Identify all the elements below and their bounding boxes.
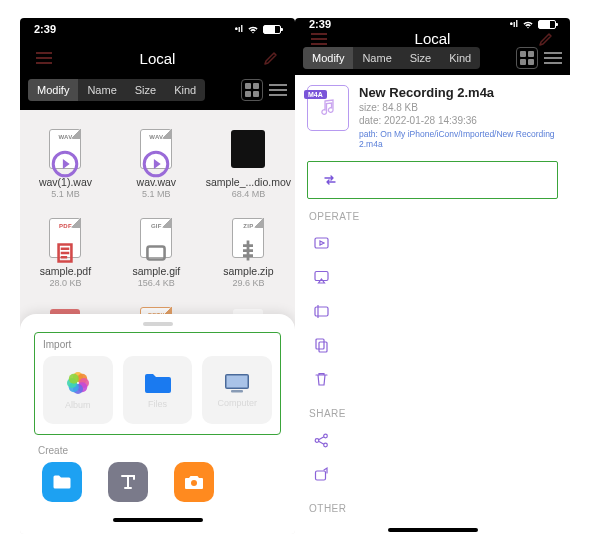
import-label: Import	[43, 339, 272, 350]
share-label: SHARE	[309, 408, 558, 419]
file-size: 156.4 KB	[138, 278, 175, 288]
nav-bar: Local	[20, 40, 295, 76]
sort-chips: Modify Name Size Kind	[28, 79, 205, 101]
file-size: 68.4 MB	[232, 189, 266, 199]
svg-rect-17	[315, 307, 328, 316]
import-album-button[interactable]: Album	[43, 356, 113, 424]
operate-delete[interactable]	[307, 362, 558, 396]
file-icon-pdf: PDF	[46, 215, 84, 261]
create-label: Create	[38, 445, 281, 456]
photos-icon	[65, 370, 91, 396]
operate-label: OPERATE	[309, 211, 558, 222]
list-view-icon[interactable]	[269, 84, 287, 96]
camera-icon	[184, 474, 204, 490]
detail-path[interactable]: path: On My iPhone/iConv/Imported/New Re…	[359, 129, 558, 149]
file-icon-gif: GIF	[137, 215, 175, 261]
status-indicators: •ıl	[510, 19, 556, 29]
operate-rename[interactable]	[307, 294, 558, 328]
import-files-label: Files	[148, 399, 167, 409]
file-type-badge: M4A	[304, 90, 327, 99]
file-size: 28.0 KB	[49, 278, 81, 288]
grid-view-icon[interactable]	[241, 79, 263, 101]
sort-name[interactable]: Name	[353, 47, 400, 69]
file-item[interactable]: sample_...dio.mov 68.4 MB	[202, 120, 295, 209]
rename-icon	[313, 303, 330, 320]
import-album-label: Album	[65, 400, 91, 410]
file-size: 5.1 MB	[51, 189, 80, 199]
sort-kind[interactable]: Kind	[165, 79, 205, 101]
file-type-icon: M4A	[307, 85, 349, 131]
music-note-icon	[318, 98, 338, 118]
import-box: Import Album Files Computer	[34, 332, 281, 435]
file-item[interactable]: WAV wav.wav 5.1 MB	[111, 120, 202, 209]
sort-size[interactable]: Size	[401, 47, 440, 69]
create-text-button[interactable]	[108, 462, 148, 502]
import-sheet: Import Album Files Computer	[20, 314, 295, 534]
sort-name[interactable]: Name	[78, 79, 125, 101]
edit-icon[interactable]	[536, 31, 556, 47]
operate-play[interactable]	[307, 226, 558, 260]
sheet-grabber[interactable]	[143, 322, 173, 326]
share-action[interactable]	[307, 423, 558, 457]
copy-icon	[313, 337, 330, 354]
detail-title: New Recording 2.m4a	[359, 85, 558, 100]
file-size: 29.6 KB	[232, 278, 264, 288]
edit-icon[interactable]	[261, 50, 281, 66]
file-name: sample_...dio.mov	[206, 176, 291, 188]
file-item[interactable]: ZIP sample.zip 29.6 KB	[202, 209, 295, 298]
file-size: 5.1 MB	[142, 189, 171, 199]
status-time: 2:39	[309, 18, 331, 30]
file-icon-zip: ZIP	[229, 215, 267, 261]
sort-chips: Modify Name Size Kind	[303, 47, 480, 69]
create-camera-button[interactable]	[174, 462, 214, 502]
grid-view-icon[interactable]	[516, 47, 538, 69]
list-view-icon[interactable]	[544, 52, 562, 64]
status-indicators: •ıl	[235, 24, 281, 34]
operate-airplay[interactable]	[307, 260, 558, 294]
import-computer-button[interactable]: Computer	[202, 356, 272, 424]
trash-icon	[313, 371, 330, 388]
sort-kind[interactable]: Kind	[440, 47, 480, 69]
folder-icon	[52, 474, 72, 490]
file-area: WAV wav(1).wav 5.1 MB WAV wav.wav 5.1 MB…	[20, 110, 295, 534]
phone-right: 2:39 •ıl Local Modify Name Size Kind	[295, 18, 570, 534]
wifi-icon	[247, 25, 259, 34]
convert-icon	[322, 172, 338, 188]
svg-rect-23	[316, 471, 326, 480]
svg-rect-13	[231, 390, 243, 393]
wifi-icon	[522, 20, 534, 29]
operate-copy[interactable]	[307, 328, 558, 362]
file-item[interactable]: PDF sample.pdf 28.0 KB	[20, 209, 111, 298]
svg-rect-18	[316, 339, 324, 349]
sort-modify[interactable]: Modify	[28, 79, 78, 101]
file-icon-wav: WAV	[137, 126, 175, 172]
export-icon	[313, 466, 330, 483]
file-icon-wav: WAV	[46, 126, 84, 172]
menu-icon[interactable]	[309, 38, 329, 40]
sort-size[interactable]: Size	[126, 79, 165, 101]
file-item[interactable]: GIF sample.gif 156.4 KB	[111, 209, 202, 298]
file-item[interactable]: WAV wav(1).wav 5.1 MB	[20, 120, 111, 209]
share-export[interactable]	[307, 457, 558, 491]
share-icon	[313, 432, 330, 449]
home-indicator[interactable]	[388, 528, 478, 532]
page-title: Local	[415, 30, 451, 47]
detail-date: date: 2022-01-28 14:39:36	[359, 115, 558, 126]
airplay-icon	[313, 269, 330, 286]
svg-point-21	[324, 434, 328, 438]
other-label: OTHER	[309, 503, 558, 514]
battery-icon	[263, 25, 281, 34]
sort-modify[interactable]: Modify	[303, 47, 353, 69]
svg-point-14	[191, 480, 197, 486]
home-indicator[interactable]	[113, 518, 203, 522]
create-row	[34, 462, 281, 508]
view-controls	[516, 47, 562, 69]
convert-button[interactable]	[307, 161, 558, 199]
svg-rect-2	[148, 247, 165, 260]
svg-rect-12	[227, 376, 248, 388]
battery-icon	[538, 20, 556, 29]
menu-icon[interactable]	[34, 57, 54, 59]
create-folder-button[interactable]	[42, 462, 82, 502]
import-files-button[interactable]: Files	[123, 356, 193, 424]
nav-bar: Local	[295, 30, 570, 47]
